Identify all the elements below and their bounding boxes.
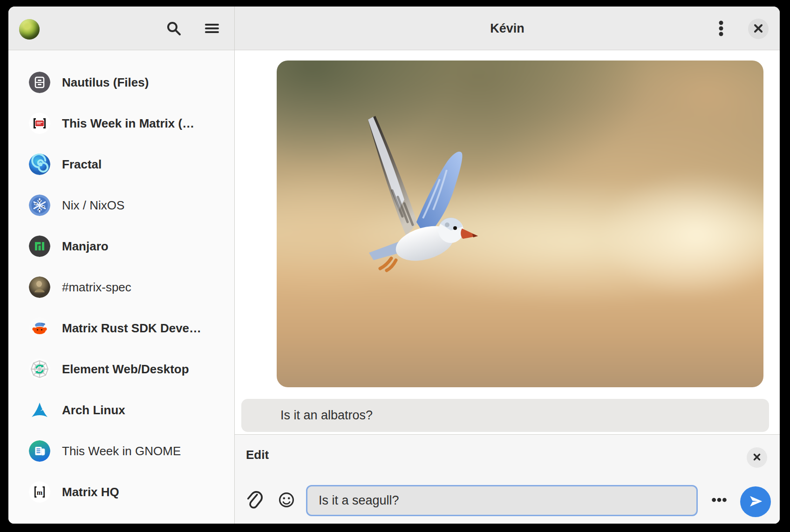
matrix-hq-avatar-icon: m [29,481,50,503]
rust-sdk-avatar-icon [29,317,50,339]
room-label: This Week in GNOME [62,444,181,458]
emoji-picker-button[interactable] [275,489,298,512]
room-label: Matrix HQ [62,485,119,499]
more-options-icon [709,490,729,511]
close-icon [752,452,762,463]
message-timeline: Is it an albatros? [235,50,780,434]
room-label: Nix / NixOS [62,198,124,213]
room-label: Matrix Rust SDK Deve… [62,321,201,336]
sidebar-item-manjaro[interactable]: Manjaro [8,226,234,267]
sidebar-item-rust-sdk[interactable]: Matrix Rust SDK Deve… [8,308,234,349]
nautilus-avatar-icon [29,72,50,93]
room-label: Element Web/Desktop [62,362,189,377]
close-icon [753,23,763,35]
twim-avatar-icon [29,113,50,134]
main-menu-icon [203,19,221,39]
sidebar-item-matrix-spec[interactable]: #matrix-spec [8,267,234,308]
sidebar-item-twim[interactable]: This Week in Matrix (… [8,103,234,144]
message-bubble-highlighted[interactable]: Is it an albatros? [241,399,769,432]
sidebar-item-matrix-hq[interactable]: m Matrix HQ [8,471,234,512]
sidebar-header [8,7,234,50]
chat-title: Kévin [235,7,780,50]
message-text: Is it an albatros? [241,408,373,423]
main-menu-button[interactable] [201,18,223,40]
room-label: #matrix-spec [62,280,131,295]
sidebar-item-fractal[interactable]: Fractal [8,144,234,185]
chat-header: Kévin [235,7,780,50]
emoji-icon [277,490,296,511]
svg-text:m: m [37,489,43,496]
room-label: Manjaro [62,239,109,254]
seagull-illustration [347,105,486,310]
message-input[interactable] [306,485,698,516]
image-message-seagull[interactable] [277,61,763,387]
twig-avatar-icon [29,440,50,462]
room-label: Fractal [62,157,102,172]
manjaro-avatar-icon [29,236,50,257]
arch-linux-avatar-icon [29,399,50,421]
attach-file-button[interactable] [242,489,265,512]
user-account-avatar[interactable] [19,19,40,40]
cancel-edit-button[interactable] [747,447,767,468]
edit-mode-label: Edit [246,448,269,462]
sidebar-item-nautilus[interactable]: Nautilus (Files) [8,62,234,103]
sidebar-item-element[interactable]: Element Web/Desktop [8,349,234,390]
close-window-button[interactable] [748,19,769,39]
room-label: Nautilus (Files) [62,75,149,90]
composer-panel: Edit [235,434,780,524]
matrix-spec-avatar-icon [29,276,50,298]
nixos-avatar-icon [29,195,50,216]
fractal-avatar-icon [29,154,50,175]
chat-panel: Is it an albatros? Edit [235,50,780,524]
more-options-button[interactable] [708,489,730,512]
sidebar-item-twig[interactable]: This Week in GNOME [8,431,234,471]
element-avatar-icon [29,358,50,380]
room-label: This Week in Matrix (… [62,116,194,131]
kebab-menu-icon [712,19,730,39]
attachment-icon [244,490,263,511]
fractal-window: Kévin [8,7,780,524]
sidebar-item-nixos[interactable]: Nix / NixOS [8,185,234,226]
sidebar-item-arch[interactable]: Arch Linux [8,390,234,431]
send-icon [747,492,764,512]
room-menu-button[interactable] [710,18,732,40]
room-label: Arch Linux [62,403,125,418]
search-icon [164,19,183,39]
room-list: Nautilus (Files) This Week in Matrix (… [8,50,234,524]
send-message-button[interactable] [740,486,771,517]
search-button[interactable] [163,18,185,40]
